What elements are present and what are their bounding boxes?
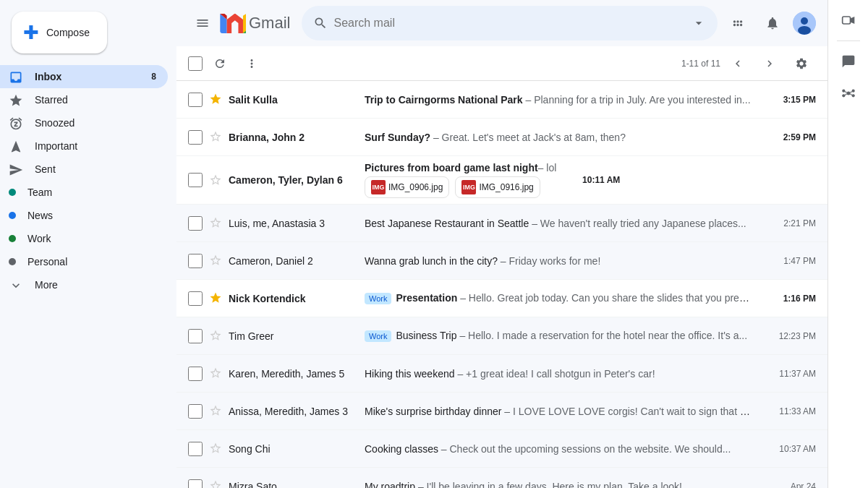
attachment-chip[interactable]: IMGIMG_0906.jpg	[365, 176, 449, 198]
email-row[interactable]: Luis, me, Anastasia 3 Best Japanese Rest…	[176, 205, 827, 242]
nav-label-team: Team	[27, 187, 52, 198]
nav-label-work: Work	[27, 233, 51, 244]
sidebar-item-inbox[interactable]: Inbox8	[0, 65, 168, 88]
sidebar-item-work[interactable]: Work	[0, 227, 168, 250]
sidebar-item-more[interactable]: More	[0, 273, 168, 296]
sidebar-item-starred[interactable]: Starred	[0, 88, 168, 111]
email-subject: Hiking this weekend	[365, 368, 455, 380]
email-time: 10:11 AM	[562, 175, 620, 185]
email-checkbox[interactable]	[188, 291, 203, 306]
email-subject-preview: Best Japanese Restaurant in Seattle – We…	[365, 218, 752, 229]
email-preview: – lol	[538, 162, 557, 174]
star-icon[interactable]	[208, 404, 223, 419]
sidebar: ✚ Compose Inbox8StarredSnoozedImportantS…	[0, 0, 176, 488]
toolbar: 1-11 of 11	[176, 46, 827, 81]
menu-button[interactable]	[188, 9, 217, 38]
attachment-icon: IMG	[371, 180, 386, 194]
svg-point-8	[842, 94, 845, 97]
email-subject-preview: Trip to Cairngorms National Park – Plann…	[365, 94, 752, 106]
email-time: 1:47 PM	[758, 256, 816, 266]
email-checkbox[interactable]	[188, 254, 203, 268]
email-row[interactable]: Karen, Meredith, James 5 Hiking this wee…	[176, 355, 827, 393]
email-row[interactable]: Brianna, John 2 Surf Sunday? – Great. Le…	[176, 119, 827, 156]
email-row[interactable]: Salit Kulla Trip to Cairngorms National …	[176, 81, 827, 119]
attachment-row: IMGIMG_0906.jpgIMGIMG_0916.jpg	[365, 176, 556, 198]
sidebar-item-news[interactable]: News	[0, 204, 168, 227]
email-row[interactable]: Cameron, Tyler, Dylan 6 Pictures from bo…	[176, 156, 827, 205]
email-subject: Best Japanese Restaurant in Seattle	[365, 218, 529, 229]
star-icon[interactable]	[208, 173, 223, 187]
meet-icon[interactable]	[834, 6, 863, 35]
spaces-icon[interactable]	[834, 79, 863, 108]
notifications-button[interactable]	[758, 9, 787, 38]
search-input[interactable]	[333, 17, 686, 30]
email-row[interactable]: Song Chi Cooking classes – Check out the…	[176, 430, 827, 468]
avatar[interactable]	[793, 12, 816, 35]
search-icon	[313, 16, 328, 30]
email-time: 12:23 PM	[758, 331, 816, 341]
sidebar-item-snoozed[interactable]: Snoozed	[0, 111, 168, 134]
apps-button[interactable]	[723, 9, 752, 38]
email-sender: Song Chi	[229, 443, 359, 455]
email-sender: Brianna, John 2	[229, 132, 359, 143]
compose-button[interactable]: ✚ Compose	[12, 12, 107, 53]
email-subject: Mike's surprise birthday dinner	[365, 406, 501, 417]
email-row[interactable]: Nick Kortendick WorkPresentation – Hello…	[176, 280, 827, 317]
settings-button[interactable]	[787, 49, 816, 78]
toolbar-right: 1-11 of 11	[681, 49, 816, 78]
email-preview: – Great. Let's meet at Jack's at 8am, th…	[430, 132, 626, 143]
email-sender: Cameron, Tyler, Dylan 6	[229, 174, 359, 186]
email-checkbox[interactable]	[188, 442, 203, 456]
star-icon[interactable]	[208, 93, 223, 107]
email-subject-preview: Hiking this weekend – +1 great idea! I c…	[365, 368, 752, 380]
star-icon[interactable]	[208, 130, 223, 145]
email-checkbox[interactable]	[188, 367, 203, 381]
sidebar-item-personal[interactable]: Personal	[0, 250, 168, 273]
attachment-name: IMG_0916.jpg	[479, 182, 533, 192]
email-row[interactable]: Mizra Sato My roadtrip – I'll be leaving…	[176, 468, 827, 488]
svg-line-11	[850, 92, 851, 93]
email-row[interactable]: Tim Greer WorkBusiness Trip – Hello. I m…	[176, 317, 827, 355]
star-icon[interactable]	[208, 216, 223, 231]
star-icon[interactable]	[208, 367, 223, 381]
email-sender: Anissa, Meredith, James 3	[229, 406, 359, 417]
email-checkbox[interactable]	[188, 173, 203, 187]
sidebar-item-important[interactable]: Important	[0, 134, 168, 158]
star-icon[interactable]	[208, 254, 223, 268]
email-subject: My roadtrip	[365, 481, 415, 489]
gmail-logo: Gmail	[220, 14, 290, 33]
sidebar-item-team[interactable]: Team	[0, 181, 168, 204]
email-checkbox[interactable]	[188, 329, 203, 343]
search-bar[interactable]	[302, 6, 718, 40]
more-options-button[interactable]	[237, 49, 266, 78]
email-subject: Wanna grab lunch in the city?	[365, 255, 498, 267]
refresh-button[interactable]	[205, 49, 234, 78]
prev-page-button[interactable]	[723, 49, 752, 78]
star-icon[interactable]	[208, 329, 223, 343]
email-preview: – I LOVE LOVE LOVE corgis! Can't wait to…	[501, 406, 752, 417]
select-all-checkbox[interactable]	[188, 56, 203, 71]
email-checkbox[interactable]	[188, 93, 203, 107]
email-row[interactable]: Anissa, Meredith, James 3 Mike's surpris…	[176, 393, 827, 430]
header-left: Gmail	[188, 9, 296, 38]
sidebar-item-sent[interactable]: Sent	[0, 158, 168, 181]
nav-label-sent: Sent	[35, 163, 56, 175]
email-checkbox[interactable]	[188, 130, 203, 145]
email-checkbox[interactable]	[188, 479, 203, 489]
attachment-name: IMG_0906.jpg	[388, 182, 443, 192]
nav-label-starred: Starred	[35, 94, 68, 106]
star-icon[interactable]	[208, 479, 223, 489]
email-subject-preview: Surf Sunday? – Great. Let's meet at Jack…	[365, 132, 752, 143]
badge-inbox: 8	[151, 72, 156, 82]
dot-gray-icon	[9, 258, 16, 265]
star-icon[interactable]	[208, 291, 223, 306]
email-checkbox[interactable]	[188, 216, 203, 231]
chat-icon[interactable]	[834, 47, 863, 76]
search-options-icon[interactable]	[692, 16, 706, 30]
star-icon[interactable]	[208, 442, 223, 456]
attachment-chip[interactable]: IMGIMG_0916.jpg	[455, 176, 540, 198]
email-sender: Mizra Sato	[229, 481, 359, 489]
email-checkbox[interactable]	[188, 404, 203, 419]
email-row[interactable]: Cameron, Daniel 2 Wanna grab lunch in th…	[176, 242, 827, 280]
next-page-button[interactable]	[755, 49, 784, 78]
